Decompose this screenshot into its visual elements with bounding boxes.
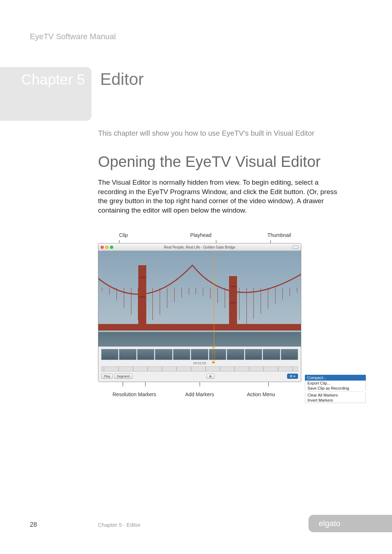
callout-action-menu: Action Menu — [247, 391, 275, 397]
zoom-icon[interactable] — [110, 246, 113, 249]
menu-item-clear-markers[interactable]: Clear All Markers — [305, 393, 366, 398]
minimize-icon[interactable] — [105, 246, 109, 249]
callout-add-markers: Add Markers — [185, 391, 214, 397]
window-titlebar: Real People, Real Life - Golden Gate Bri… — [98, 243, 301, 251]
close-icon[interactable] — [101, 246, 104, 249]
bridge-tower — [229, 276, 237, 331]
add-marker-button[interactable]: ⊕ — [207, 374, 215, 379]
bridge-tower — [138, 265, 146, 331]
action-menu-popup: Compact... Export Clip... Save Clip as R… — [305, 375, 366, 403]
action-menu-button[interactable]: ⚙︎ ▾ — [287, 374, 298, 379]
video-preview — [98, 251, 301, 346]
chapter-title: Editor — [100, 69, 144, 89]
footer-chapter: Chapter 5 · Editor — [98, 522, 141, 528]
chapter-intro: This chapter will show you how to use Ey… — [98, 129, 314, 138]
menu-item-save-clip[interactable]: Save Clip as Recording — [305, 386, 366, 391]
section-heading: Opening the EyeTV Visual Editor — [98, 153, 320, 171]
chapter-tab: Chapter 5 — [0, 67, 91, 121]
callout-clip: Clip — [113, 232, 134, 238]
callout-playhead: Playhead — [190, 232, 212, 238]
callout-thumbnail: Thumbnail — [268, 232, 291, 238]
brand-name: elgato — [319, 519, 340, 528]
editor-drawer: 00:51:03 Play Segment ⊕ ⚙︎ ▾ — [98, 346, 301, 382]
menu-item-invert-markers[interactable]: Invert Markers — [305, 398, 366, 403]
callout-markers: Markers — [138, 391, 156, 397]
menu-item-compact[interactable]: Compact... — [305, 375, 366, 381]
chapter-label: Chapter 5 — [21, 71, 85, 88]
menu-item-export-clip[interactable]: Export Clip... — [305, 381, 366, 386]
page-number: 28 — [30, 521, 37, 529]
drawer-toggle-button[interactable] — [292, 245, 299, 249]
playhead-handle[interactable] — [212, 348, 215, 361]
playhead-line — [214, 251, 214, 346]
segment-button[interactable]: Segment — [114, 374, 132, 379]
callout-resolution: Resolution — [113, 391, 136, 397]
chapter-heading-block: Chapter 5 Editor — [0, 67, 144, 121]
editor-figure: Clip Playhead Thumbnail Real People, Rea… — [98, 232, 301, 398]
timecode: 00:51:03 — [101, 361, 298, 365]
brand-tab: elgato — [309, 515, 392, 532]
body-paragraph: The Visual Editor is normally hidden fro… — [98, 178, 348, 215]
play-button[interactable]: Play — [101, 374, 113, 379]
window-title: Real People, Real Life - Golden Gate Bri… — [164, 245, 236, 249]
manual-title: EyeTV Software Manual — [30, 32, 116, 41]
page-footer: 28 Chapter 5 · Editor elgato — [0, 518, 392, 529]
timeline-ruler[interactable] — [101, 366, 298, 372]
thumbnail-strip[interactable] — [101, 349, 298, 360]
video-window: Real People, Real Life - Golden Gate Bri… — [98, 243, 301, 382]
